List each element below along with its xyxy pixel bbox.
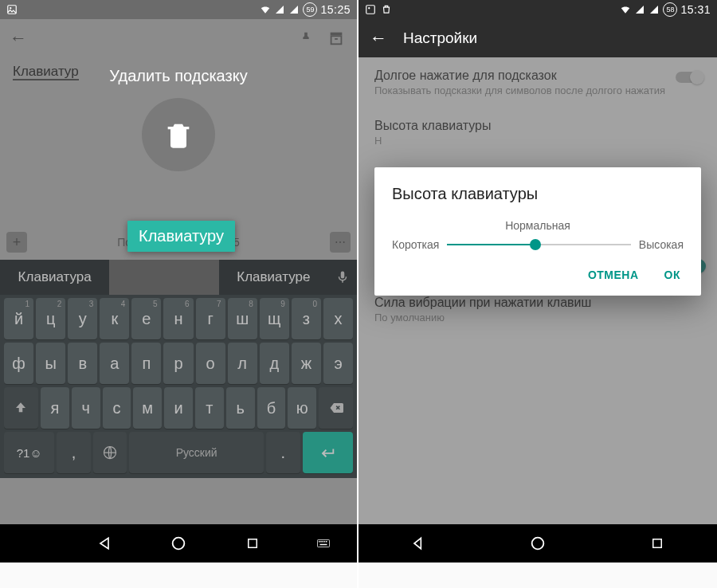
svg-rect-6 bbox=[249, 539, 257, 548]
nav-recent-icon[interactable] bbox=[646, 532, 668, 555]
svg-rect-7 bbox=[317, 540, 329, 547]
svg-point-16 bbox=[532, 538, 544, 550]
svg-rect-11 bbox=[323, 541, 325, 543]
height-slider[interactable] bbox=[447, 244, 630, 245]
dragged-suggestion-chip[interactable]: Клавиатуру bbox=[127, 221, 235, 252]
svg-point-1 bbox=[10, 7, 11, 9]
trash-drop-target[interactable] bbox=[142, 98, 215, 171]
gallery-icon bbox=[6, 4, 18, 15]
battery-indicator: 58 bbox=[663, 2, 677, 17]
gallery-icon bbox=[365, 4, 376, 15]
ok-button[interactable]: ОК bbox=[661, 262, 684, 288]
cancel-button[interactable]: ОТМЕНА bbox=[585, 262, 642, 288]
delete-hint-label: Удалить подсказку bbox=[109, 67, 247, 85]
status-bar: 58 15:31 bbox=[358, 0, 717, 19]
svg-point-15 bbox=[368, 7, 370, 9]
svg-rect-12 bbox=[326, 541, 327, 543]
nav-home-icon[interactable] bbox=[527, 532, 549, 555]
nav-bar bbox=[0, 524, 357, 563]
nav-recent-icon[interactable] bbox=[241, 532, 264, 555]
svg-rect-8 bbox=[319, 541, 320, 543]
clock: 15:31 bbox=[680, 3, 711, 16]
battery-indicator: 59 bbox=[303, 2, 317, 17]
shop-icon bbox=[381, 4, 392, 15]
settings-title: Настройки bbox=[403, 29, 477, 47]
signal-icon-2 bbox=[288, 4, 300, 15]
signal-icon bbox=[634, 4, 645, 15]
keyboard-height-dialog: Высота клавиатуры Нормальная Короткая Вы… bbox=[374, 167, 701, 296]
nav-back-icon[interactable] bbox=[93, 532, 116, 555]
nav-bar bbox=[358, 524, 717, 563]
status-bar: 59 15:25 bbox=[0, 0, 357, 19]
svg-rect-10 bbox=[322, 541, 323, 543]
phone-left: 59 15:25 ← Клавиатур Удалить подсказку +… bbox=[0, 0, 358, 588]
slider-max-label: Высокая bbox=[639, 238, 684, 251]
back-arrow-icon[interactable]: ← bbox=[370, 28, 387, 49]
settings-list: Долгое нажатие для подсказок Показывать … bbox=[358, 57, 717, 524]
dialog-title: Высота клавиатуры bbox=[392, 185, 684, 203]
slider-min-label: Короткая bbox=[392, 238, 439, 251]
clock: 15:25 bbox=[320, 3, 351, 16]
svg-rect-14 bbox=[366, 6, 375, 14]
nav-keyboard-icon[interactable] bbox=[315, 532, 331, 555]
svg-rect-13 bbox=[319, 544, 327, 546]
signal-icon bbox=[274, 4, 285, 15]
slider-thumb[interactable] bbox=[530, 239, 541, 250]
svg-rect-17 bbox=[653, 539, 662, 548]
wifi-icon bbox=[620, 4, 631, 15]
svg-rect-9 bbox=[320, 541, 322, 543]
app-content: ← Клавиатур Удалить подсказку + После 25… bbox=[0, 19, 357, 524]
wifi-icon bbox=[260, 4, 271, 15]
svg-point-5 bbox=[173, 538, 185, 550]
trash-icon bbox=[163, 119, 194, 151]
phone-right: 58 15:31 ← Настройки Долгое нажатие для … bbox=[358, 0, 717, 588]
signal-icon-2 bbox=[648, 4, 660, 15]
nav-back-icon[interactable] bbox=[407, 532, 429, 555]
slider-value-label: Нормальная bbox=[392, 219, 684, 232]
settings-header: ← Настройки bbox=[358, 19, 717, 57]
nav-home-icon[interactable] bbox=[167, 532, 190, 555]
delete-hint-overlay: Удалить подсказку bbox=[0, 19, 357, 524]
